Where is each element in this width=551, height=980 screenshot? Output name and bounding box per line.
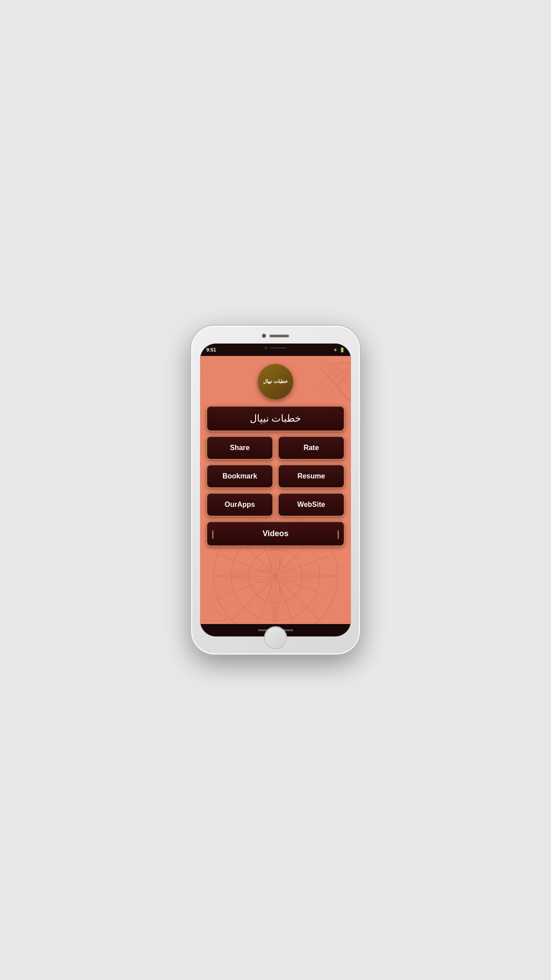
phone-frame: 9:51 ✈ 🔋	[182, 324, 369, 656]
bookmark-button[interactable]: Bookmark	[206, 464, 273, 488]
logo-urdu-text: خطبات نیپال	[263, 379, 287, 384]
status-time: 9:51	[206, 347, 216, 352]
svg-line-25	[218, 585, 227, 594]
title-button[interactable]: خطبات نیپال	[206, 406, 345, 431]
button-row-3: OurApps WebSite	[206, 493, 345, 517]
videos-button[interactable]: Videos	[206, 521, 345, 546]
phone-body: 9:51 ✈ 🔋	[191, 326, 360, 654]
status-bar: 9:51 ✈ 🔋	[200, 344, 351, 356]
svg-line-20	[200, 585, 227, 620]
rate-button[interactable]: Rate	[278, 436, 345, 460]
battery-icon: 🔋	[339, 348, 345, 352]
content-area: خطبات نیپال خطبات نیپال Share Rate Bookm…	[200, 356, 351, 553]
app-screen: خطبات نیپال خطبات نیپال Share Rate Bookm…	[200, 356, 351, 636]
status-icons: ✈ 🔋	[334, 348, 345, 352]
resume-button[interactable]: Resume	[278, 464, 345, 488]
phone-screen: 9:51 ✈ 🔋	[200, 344, 351, 636]
speaker	[270, 347, 287, 349]
share-button[interactable]: Share	[206, 436, 273, 460]
website-button[interactable]: WebSite	[278, 493, 345, 517]
svg-line-24	[209, 585, 227, 603]
home-button[interactable]	[265, 628, 286, 648]
ourapps-button[interactable]: OurApps	[206, 493, 273, 517]
button-row-2: Bookmark Resume	[206, 464, 345, 488]
button-row-1: Share Rate	[206, 436, 345, 460]
svg-line-23	[200, 585, 227, 612]
airplane-icon: ✈	[334, 348, 337, 352]
front-camera	[262, 334, 266, 338]
speaker-slot	[270, 335, 289, 337]
camera-dot	[264, 346, 268, 349]
app-logo: خطبات نیپال	[258, 364, 293, 399]
